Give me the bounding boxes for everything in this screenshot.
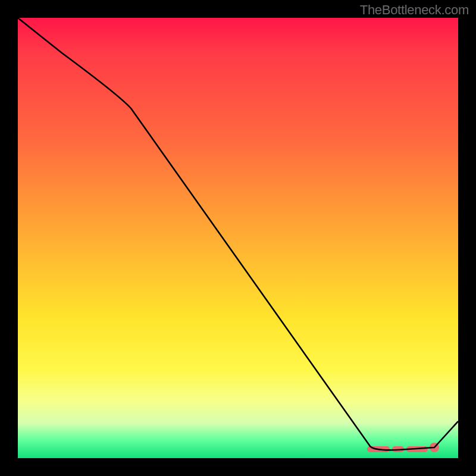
bottleneck-curve <box>18 18 458 450</box>
chart-overlay <box>18 18 458 458</box>
chart-container: TheBottleneck.com <box>0 0 476 476</box>
watermark-text: TheBottleneck.com <box>360 2 469 18</box>
plot-area <box>18 18 458 458</box>
